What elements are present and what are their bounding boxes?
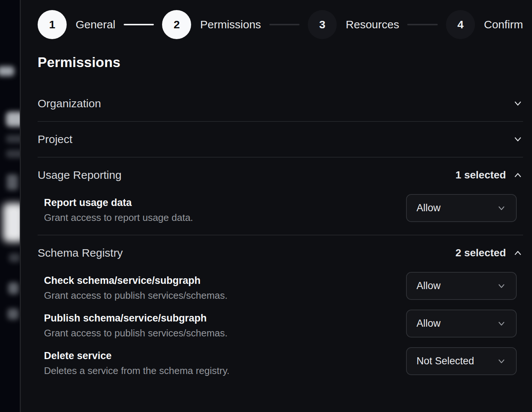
permission-row-publish-schema: Publish schema/service/subgraph Grant ac… [44, 310, 523, 339]
section-title: Usage Reporting [38, 169, 121, 181]
chevron-down-icon [513, 134, 523, 145]
blurred-background-shape [6, 135, 20, 143]
section-toggle-project[interactable]: Project [38, 122, 523, 157]
permission-title: Publish schema/service/subgraph [44, 313, 228, 324]
section-toggle-schema-registry[interactable]: Schema Registry 2 selected [38, 235, 523, 270]
stepper-step-general[interactable]: 1 General [38, 10, 115, 39]
permission-select-report-usage-data[interactable]: Allow [406, 194, 517, 222]
permission-row-delete-service: Delete service Deletes a service from th… [44, 347, 523, 377]
stepper-connector [124, 24, 154, 25]
section-toggle-organization[interactable]: Organization [38, 86, 523, 121]
select-value: Allow [417, 318, 441, 329]
permission-text: Publish schema/service/subgraph Grant ac… [44, 310, 228, 339]
step-label: Resources [346, 18, 399, 31]
section-header-right: 2 selected [456, 247, 523, 259]
step-number-badge: 4 [446, 10, 475, 39]
step-label: Permissions [200, 18, 261, 31]
section-title: Schema Registry [38, 247, 123, 259]
step-number-badge: 1 [38, 10, 67, 39]
permission-select-publish-schema[interactable]: Allow [406, 310, 517, 337]
section-title: Project [38, 133, 72, 146]
blurred-background-shape [3, 203, 20, 242]
chevron-down-icon [497, 356, 506, 366]
step-label: Confirm [484, 18, 523, 31]
blurred-background-shape [6, 112, 20, 127]
permission-title: Report usage data [44, 197, 193, 209]
usage-reporting-items: Report usage data Grant access to report… [38, 193, 523, 235]
stepper-step-permissions[interactable]: 2 Permissions [162, 10, 261, 39]
permission-description: Grant access to report usage data. [44, 212, 193, 224]
permission-row-report-usage-data: Report usage data Grant access to report… [44, 194, 523, 224]
permission-text: Check schema/service/subgraph Grant acce… [44, 272, 228, 301]
permission-select-check-schema[interactable]: Allow [406, 272, 517, 300]
stepper-step-resources[interactable]: 3 Resources [308, 10, 399, 39]
select-value: Not Selected [417, 355, 474, 367]
permission-text: Report usage data Grant access to report… [44, 194, 193, 224]
page-title: Permissions [38, 55, 523, 70]
chevron-up-icon [513, 248, 523, 258]
blurred-background-shape [6, 150, 20, 158]
section-toggle-usage-reporting[interactable]: Usage Reporting 1 selected [38, 158, 523, 193]
step-label: General [76, 18, 115, 31]
selected-count-badge: 1 selected [456, 169, 506, 181]
section-title: Organization [38, 97, 101, 110]
permission-text: Delete service Deletes a service from th… [44, 347, 229, 377]
permission-title: Delete service [44, 350, 229, 362]
blurred-background-shape [0, 66, 14, 76]
select-value: Allow [417, 202, 441, 214]
blurred-background-shape [9, 253, 20, 262]
permission-sections: Organization Project Usage Reporting 1 s… [38, 86, 523, 388]
stepper-connector [407, 24, 437, 25]
chevron-down-icon [497, 319, 506, 329]
permission-description: Grant access to publish services/schemas… [44, 327, 228, 339]
step-number-badge: 2 [162, 10, 191, 39]
blurred-background-shape [7, 174, 18, 190]
permission-title: Check schema/service/subgraph [44, 275, 228, 286]
stepper-connector [269, 24, 300, 25]
chevron-down-icon [513, 98, 523, 109]
create-api-key-wizard: 1 General 2 Permissions 3 Resources 4 Co… [0, 0, 532, 412]
selected-count-badge: 2 selected [456, 247, 506, 259]
blurred-background-shape [8, 282, 19, 294]
stepper-step-confirm[interactable]: 4 Confirm [446, 10, 523, 39]
permission-select-delete-service[interactable]: Not Selected [406, 347, 517, 375]
chevron-down-icon [497, 281, 506, 291]
permission-row-check-schema: Check schema/service/subgraph Grant acce… [44, 272, 523, 301]
chevron-up-icon [513, 170, 523, 180]
schema-registry-items: Check schema/service/subgraph Grant acce… [38, 270, 523, 388]
permissions-step-panel: 1 General 2 Permissions 3 Resources 4 Co… [21, 0, 532, 412]
section-header-right: 1 selected [456, 169, 523, 181]
step-number-badge: 3 [308, 10, 337, 39]
background-page-blurred [0, 0, 20, 412]
blurred-background-shape [7, 308, 19, 320]
chevron-down-icon [497, 203, 506, 213]
select-value: Allow [417, 280, 441, 292]
permission-description: Deletes a service from the schema regist… [44, 365, 229, 377]
wizard-stepper: 1 General 2 Permissions 3 Resources 4 Co… [38, 10, 523, 39]
permission-description: Grant access to publish services/schemas… [44, 290, 228, 301]
